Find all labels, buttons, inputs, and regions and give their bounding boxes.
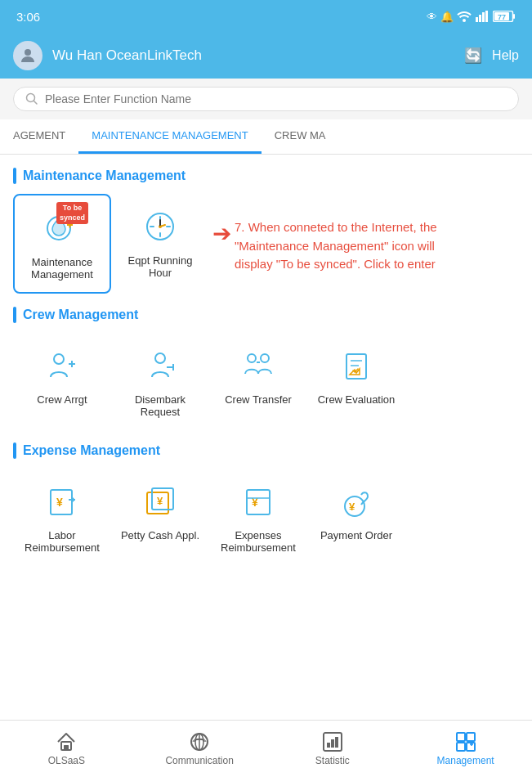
status-bar: 3:06 👁 🔔 77 xyxy=(0,0,532,33)
svg-point-23 xyxy=(54,354,64,364)
maintenance-mgmt-item[interactable]: To besynced MaintenanceManagement xyxy=(13,194,111,294)
management-icon xyxy=(455,731,476,752)
help-button[interactable]: Help xyxy=(492,48,519,63)
svg-rect-57 xyxy=(335,737,338,748)
svg-point-31 xyxy=(261,354,269,362)
avatar xyxy=(13,41,42,70)
nav-management-label: Management xyxy=(437,755,494,766)
sync-icon[interactable]: 🔄 xyxy=(464,47,482,65)
svg-rect-56 xyxy=(331,739,334,748)
svg-rect-3 xyxy=(482,12,485,22)
payment-order-item[interactable]: ¥ Payment Order xyxy=(307,469,405,565)
svg-text:¥: ¥ xyxy=(157,495,163,507)
expenses-reimb-item[interactable]: ¥ ExpensesReimbursement xyxy=(209,469,307,565)
svg-rect-59 xyxy=(467,733,475,741)
annotation: ➔ 7. When conneted to the Internet, the … xyxy=(212,218,455,274)
eqpt-running-icon-wrap xyxy=(139,205,181,248)
payment-order-label: Payment Order xyxy=(320,529,392,541)
eye-icon: 👁 xyxy=(427,11,437,23)
eqpt-running-item[interactable]: Eqpt RunningHour xyxy=(111,194,209,294)
arrow-icon: ➔ xyxy=(212,220,231,247)
section-bar xyxy=(13,168,16,184)
sync-badge: To besynced xyxy=(56,202,88,224)
svg-rect-60 xyxy=(457,743,465,751)
search-input[interactable] xyxy=(45,92,507,106)
search-input-wrap[interactable] xyxy=(13,87,519,111)
tab-agement[interactable]: AGEMENT xyxy=(0,119,78,154)
status-icons: 👁 🔔 77 xyxy=(427,11,516,23)
labor-reimb-item[interactable]: ¥ LaborReimbursement xyxy=(13,469,111,565)
svg-text:¥: ¥ xyxy=(349,501,355,513)
section-bar-crew xyxy=(13,307,16,323)
nav-statistic-label: Statistic xyxy=(315,755,350,766)
svg-rect-44 xyxy=(247,490,270,514)
nav-communication-label: Communication xyxy=(165,755,233,766)
wifi-icon xyxy=(457,11,472,22)
alarm-icon: 🔔 xyxy=(440,11,454,23)
svg-rect-58 xyxy=(457,733,465,741)
section-crew-title: Crew Management xyxy=(23,308,138,322)
disembark-item[interactable]: DisembarkRequest xyxy=(111,333,209,429)
crew-evaluation-item[interactable]: Crew Evaluation xyxy=(307,333,405,429)
status-time: 3:06 xyxy=(16,10,40,24)
header-title: Wu Han OceanLinkTech xyxy=(52,47,451,64)
crew-transfer-item[interactable]: Crew Transfer xyxy=(209,333,307,429)
main-content: Maintenance Management To besynced xyxy=(0,155,532,631)
tab-bar: AGEMENT MAINTENANCE MANAGEMENT CREW MA xyxy=(0,119,532,155)
disembark-label: DisembarkRequest xyxy=(135,393,186,418)
expense-grid: ¥ LaborReimbursement ¥ Petty Cash Appl. xyxy=(13,469,519,565)
header: Wu Han OceanLinkTech 🔄 Help xyxy=(0,33,532,79)
crew-transfer-label: Crew Transfer xyxy=(225,393,292,406)
nav-management[interactable]: Management xyxy=(399,721,532,777)
tab-maintenance[interactable]: MAINTENANCE MANAGEMENT xyxy=(78,119,261,154)
bottom-nav: OLSaaS Communication Statistic xyxy=(0,720,532,777)
labor-reimb-label: LaborReimbursement xyxy=(25,529,100,554)
maintenance-mgmt-icon-wrap: To besynced xyxy=(41,207,83,249)
crew-evaluation-label: Crew Evaluation xyxy=(318,393,396,406)
section-expense: Expense Management xyxy=(13,429,519,469)
nav-olsaas-label: OLSaaS xyxy=(48,755,85,766)
nav-statistic[interactable]: Statistic xyxy=(266,721,400,777)
svg-point-26 xyxy=(155,353,165,363)
crew-arrgt-item[interactable]: Crew Arrgt xyxy=(13,333,111,429)
svg-rect-2 xyxy=(479,15,481,22)
crew-arrgt-label: Crew Arrgt xyxy=(37,393,87,406)
svg-point-30 xyxy=(248,354,256,362)
svg-rect-6 xyxy=(513,14,515,19)
maintenance-grid: To besynced MaintenanceManagement xyxy=(13,194,209,294)
signal-icon xyxy=(475,11,490,22)
section-expense-title: Expense Management xyxy=(23,443,160,458)
annotation-text: 7. When conneted to the Internet, the "M… xyxy=(235,218,455,274)
svg-text:77: 77 xyxy=(498,13,506,21)
search-icon xyxy=(25,92,38,106)
communication-icon xyxy=(189,731,210,752)
nav-communication[interactable]: Communication xyxy=(133,721,266,777)
section-bar-expense xyxy=(13,442,16,459)
petty-cash-item[interactable]: ¥ Petty Cash Appl. xyxy=(111,469,209,565)
home-icon xyxy=(56,731,77,752)
maintenance-mgmt-label: MaintenanceManagement xyxy=(31,256,93,281)
tab-crew[interactable]: CREW MA xyxy=(262,119,339,154)
battery-icon: 77 xyxy=(493,11,516,22)
eqpt-running-label: Eqpt RunningHour xyxy=(128,254,193,279)
section-crew: Crew Management xyxy=(13,294,519,333)
svg-rect-1 xyxy=(476,17,478,22)
statistic-icon xyxy=(322,731,343,752)
svg-point-9 xyxy=(25,49,31,56)
svg-rect-50 xyxy=(64,745,69,750)
expenses-reimb-label: ExpensesReimbursement xyxy=(221,529,296,554)
petty-cash-label: Petty Cash Appl. xyxy=(121,529,199,541)
svg-marker-40 xyxy=(72,496,75,503)
svg-rect-4 xyxy=(485,11,488,22)
svg-point-0 xyxy=(463,19,466,22)
svg-rect-55 xyxy=(327,743,330,748)
search-bar xyxy=(0,79,532,119)
svg-line-11 xyxy=(34,101,38,105)
section-maintenance: Maintenance Management xyxy=(13,155,519,194)
crew-grid: Crew Arrgt DisembarkRequest xyxy=(13,333,519,429)
svg-text:¥: ¥ xyxy=(56,496,63,509)
nav-olsaas[interactable]: OLSaaS xyxy=(0,721,133,777)
section-maintenance-title: Maintenance Management xyxy=(23,168,186,183)
